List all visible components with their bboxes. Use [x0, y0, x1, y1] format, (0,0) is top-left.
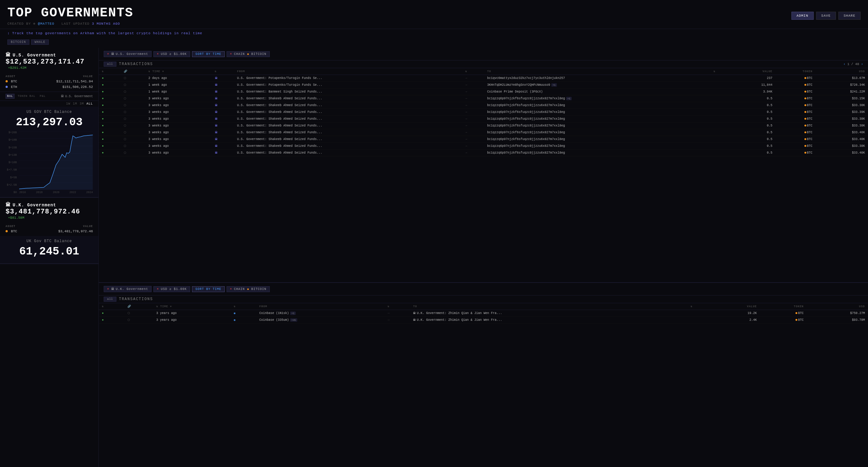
row-value: 0.5 — [732, 129, 775, 136]
us-txn-row-4[interactable]: ● ⬡ 3 weeks ago 🏛 U.S. Government: Shake… — [99, 102, 868, 109]
row-from-icon: 🏛 — [212, 89, 234, 95]
token-bal-tab[interactable]: TOKEN BAL — [17, 94, 37, 98]
tag-whale[interactable]: WHALE — [31, 39, 49, 45]
time-1w[interactable]: 1W — [66, 102, 70, 105]
row-from: U.S. Government: Shakeeb Ahmed Seized Fu… — [234, 129, 462, 136]
row-token: BTC — [775, 123, 815, 129]
row-usd: $726.34K — [815, 82, 868, 89]
row-link: ⬡ — [121, 75, 145, 82]
us-txn-row-2[interactable]: ● ⬡ 1 week ago 🏛 U.S. Government: Banmee… — [99, 89, 868, 95]
uk-btc-dot — [5, 230, 8, 232]
tags-bar: BITCOIN WHALE — [0, 38, 868, 48]
us-txn-body: ● ⬡ 2 days ago 🏛 U.S. Government: Potape… — [99, 75, 868, 156]
us-chain-filter[interactable]: × CHAIN BITCOIN — [226, 51, 270, 57]
uk-chain-close[interactable]: × — [230, 288, 232, 291]
row-time: 1 week ago — [145, 89, 212, 95]
time-1m[interactable]: 1M — [73, 102, 77, 105]
uk-entity-close[interactable]: × — [107, 288, 109, 291]
row-token: BTC — [775, 89, 815, 95]
us-txn-row-5[interactable]: ● ⬡ 3 weeks ago 🏛 U.S. Government: Shake… — [99, 109, 868, 116]
uk-value-filter[interactable]: × USD ≥ $1.00K — [153, 286, 190, 292]
row-link: ⬡ — [121, 102, 145, 109]
x-2016: 2016 — [19, 191, 26, 194]
uk-row-token-dot — [796, 319, 797, 321]
row-from-icon: 🏛 — [212, 82, 234, 89]
page-sep: / — [851, 62, 854, 66]
row-link: ⬡ — [121, 82, 145, 89]
uk-col-icon1: ⇅ — [99, 303, 124, 310]
us-txn-row-6[interactable]: ● ⬡ 3 weeks ago 🏛 U.S. Government: Shake… — [99, 116, 868, 123]
uk-row-arrow: → — [384, 317, 410, 324]
total-pages: 48 — [855, 62, 859, 66]
row-from: U.S. Government: Shakeeb Ahmed Seized Fu… — [234, 123, 462, 129]
save-button[interactable]: SAVE — [816, 12, 836, 20]
pnl-tab[interactable]: P&L — [39, 94, 47, 98]
row-dot: ● — [99, 136, 121, 143]
us-entity-filter[interactable]: × 🏛 U.S. Government — [104, 51, 152, 57]
row-time: 3 weeks ago — [145, 143, 212, 149]
row-time: 3 weeks ago — [145, 149, 212, 156]
us-txn-row-0[interactable]: ● ⬡ 2 days ago 🏛 U.S. Government: Potape… — [99, 75, 868, 82]
time-all[interactable]: ALL — [87, 102, 93, 105]
row-usd: $33.38K — [815, 143, 868, 149]
uk-value-close[interactable]: × — [157, 288, 159, 291]
us-all-tab[interactable]: all — [104, 62, 116, 67]
next-page-arrow[interactable]: › — [861, 62, 863, 66]
uk-row-token: BTC — [760, 317, 807, 324]
bal-tab[interactable]: BAL — [5, 94, 14, 99]
us-txn-row-3[interactable]: ● ⬡ 3 weeks ago 🏛 U.S. Government: Shake… — [99, 95, 868, 102]
row-token: BTC — [775, 129, 815, 136]
bal-gov-icon: 🏛 — [61, 94, 64, 98]
uk-chain-filter[interactable]: × CHAIN BITCOIN — [226, 286, 270, 292]
us-txn-row-10[interactable]: ● ⬡ 3 weeks ago 🏛 U.S. Government: Shake… — [99, 143, 868, 149]
row-dot: ● — [99, 149, 121, 156]
row-from: U.S. Government: Shakeeb Ahmed Seized Fu… — [234, 116, 462, 123]
uk-transactions-section: × 🏛 U.K. Government × USD ≥ $1.00K SORT … — [99, 283, 868, 467]
us-chain-label: CHAIN — [234, 53, 245, 56]
row-value: 0.5 — [732, 149, 775, 156]
row-dot: ● — [99, 82, 121, 89]
us-txn-row-8[interactable]: ● ⬡ 3 weeks ago 🏛 U.S. Government: Shake… — [99, 129, 868, 136]
us-txn-col-headers: ⇅ 🔗 ⇅ TIME ▼ ⇅ FROM ⇅ TO ⇅ VALUE TOKEN U… — [99, 68, 868, 75]
us-sort-filter[interactable]: SORT BY TIME — [192, 51, 225, 57]
row-time: 3 weeks ago — [145, 95, 212, 102]
admin-button[interactable]: ADMIN — [792, 12, 814, 20]
eth-dot — [5, 86, 8, 88]
row-from: U.S. Government: Shakeeb Ahmed Seized Fu… — [234, 109, 462, 116]
tag-bitcoin[interactable]: BITCOIN — [7, 39, 29, 45]
uk-gov-value-row: $3,481,778,972.46 +$81.58M — [5, 208, 93, 220]
row-usd: $33.15K — [815, 95, 868, 102]
share-button[interactable]: SHARE — [838, 12, 861, 20]
uk-filter-bar: × 🏛 U.K. Government × USD ≥ $1.00K SORT … — [99, 283, 868, 296]
us-entity-close[interactable]: × — [107, 53, 109, 56]
us-chain-close[interactable]: × — [230, 53, 232, 56]
us-value-close[interactable]: × — [157, 53, 159, 56]
row-dot: ● — [99, 116, 121, 123]
uk-all-tab[interactable]: all — [104, 297, 116, 302]
row-usd: $13.67M — [815, 75, 868, 82]
us-txn-row-9[interactable]: ● ⬡ 3 weeks ago 🏛 U.S. Government: Shake… — [99, 136, 868, 143]
us-value-filter[interactable]: × USD ≥ $1.00K — [153, 51, 190, 57]
row-token: BTC — [775, 149, 815, 156]
row-from: U.S. Government: Shakeeb Ahmed Seized Fu… — [234, 143, 462, 149]
uk-gov-header: 🏛 U.K. Government $3,481,778,972.46 +$81… — [0, 198, 98, 223]
time-3m[interactable]: 3M — [80, 102, 84, 105]
us-txn-row-11[interactable]: ● ⬡ 3 weeks ago 🏛 U.S. Government: Shake… — [99, 149, 868, 156]
uk-entity-filter[interactable]: × 🏛 U.K. Government — [104, 286, 152, 292]
uk-txn-row-0[interactable]: ● ⬡ 3 years ago ◉ Coinbase (1N1sk)+1 → 🏛… — [99, 310, 868, 317]
us-txn-row-1[interactable]: ● ⬡ 1 week ago 🏛 U.S. Government: Potape… — [99, 82, 868, 89]
uk-sort-filter[interactable]: SORT BY TIME — [192, 286, 225, 292]
us-btc-value: $12,112,711,541.94 — [32, 79, 98, 84]
uk-entity-icon: 🏛 — [111, 287, 115, 291]
uk-gov-name: 🏛 U.K. Government — [5, 202, 93, 208]
prev-page-arrow[interactable]: ‹ — [843, 62, 845, 66]
us-value-label: USD ≥ $1.00K — [161, 53, 187, 56]
us-txn-row-7[interactable]: ● ⬡ 3 weeks ago 🏛 U.S. Government: Shake… — [99, 123, 868, 129]
row-arrow: → — [462, 116, 484, 123]
row-dot: ● — [99, 129, 121, 136]
col-icon1: ⇅ — [99, 68, 121, 75]
us-pagination: ‹ 1 / 48 › — [843, 62, 863, 66]
uk-txn-row-1[interactable]: ● ⬡ 3 years ago ◉ Coinbase (335um)+45 → … — [99, 317, 868, 324]
uk-row-token: BTC — [760, 310, 807, 317]
uk-row-value-sep — [687, 317, 713, 324]
